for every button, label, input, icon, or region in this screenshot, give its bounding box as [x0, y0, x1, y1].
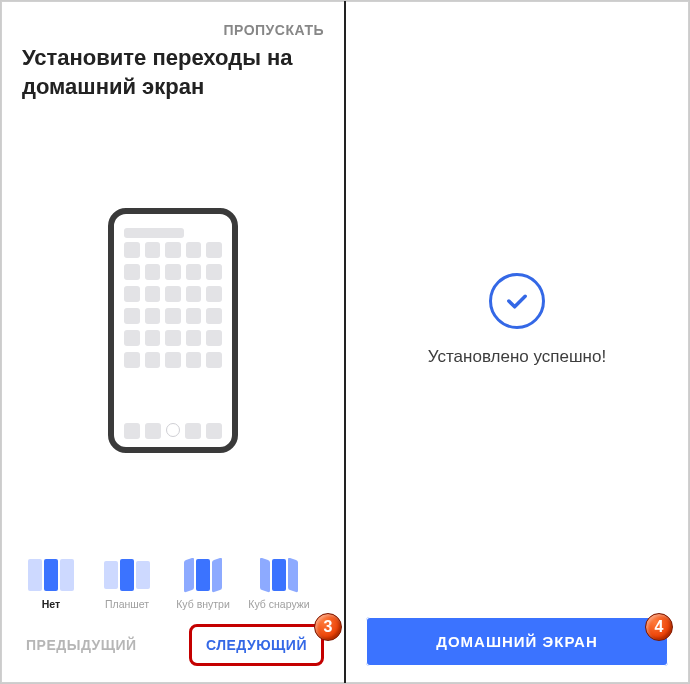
pane-divider	[344, 1, 346, 683]
success-check-icon	[489, 273, 545, 329]
transition-option-none[interactable]: Нет	[22, 558, 80, 610]
phone-preview-area	[22, 121, 324, 540]
transition-option-tablet[interactable]: Планшет	[98, 558, 156, 610]
transition-options: Нет Планшет Куб внутри Куб снаружи Карто…	[22, 558, 324, 610]
nav-row: ПРЕДЫДУЩИЙ СЛЕДУЮЩИЙ	[22, 624, 324, 666]
step-badge-4: 4	[645, 613, 673, 641]
transition-option-cube-in[interactable]: Куб внутри	[174, 558, 232, 610]
next-button[interactable]: СЛЕДУЮЩИЙ	[189, 624, 324, 666]
success-screen: Установлено успешно! ДОМАШНИЙ ЭКРАН	[345, 1, 689, 683]
page-title: Установите переходы на домашний экран	[22, 44, 324, 101]
previous-button[interactable]: ПРЕДЫДУЩИЙ	[22, 627, 141, 663]
phone-mockup	[108, 208, 238, 453]
step-badge-3: 3	[314, 613, 342, 641]
transition-setup-screen: ПРОПУСКАТЬ Установите переходы на домашн…	[1, 1, 345, 683]
home-screen-button[interactable]: ДОМАШНИЙ ЭКРАН	[366, 617, 668, 666]
success-message: Установлено успешно!	[428, 347, 606, 367]
transition-option-cube-out[interactable]: Куб снаружи	[250, 558, 308, 610]
skip-button[interactable]: ПРОПУСКАТЬ	[22, 22, 324, 38]
